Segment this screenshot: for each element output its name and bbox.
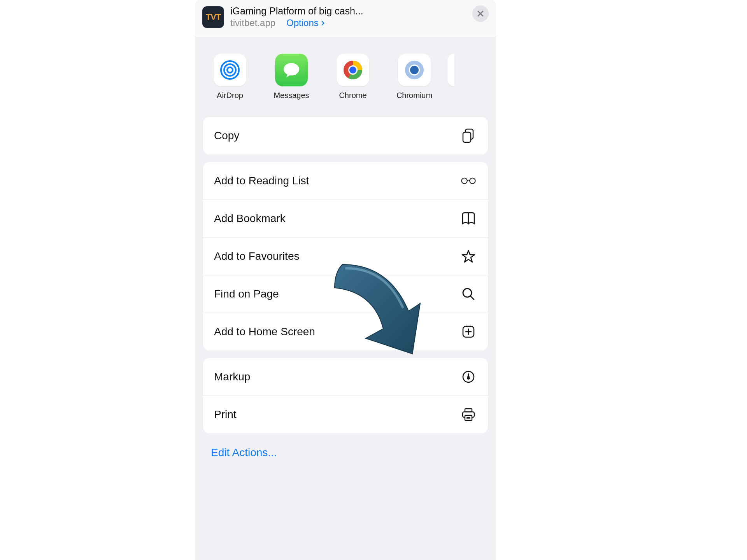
action-label: Print <box>214 408 237 421</box>
page-title: iGaming Platform of big cash... <box>230 5 466 17</box>
action-label: Add to Home Screen <box>214 326 315 338</box>
printer-icon <box>461 407 476 422</box>
share-target-label: Chromium <box>391 91 437 100</box>
action-label: Add to Reading List <box>214 175 309 187</box>
share-targets-overflow-peek <box>447 54 454 86</box>
markup-icon <box>461 369 476 385</box>
edit-actions-label: Edit Actions... <box>211 446 277 458</box>
app-icon-text: TVT <box>206 12 221 22</box>
share-target-airdrop[interactable]: AirDrop <box>207 54 253 100</box>
options-label: Options <box>286 18 319 28</box>
action-group-secondary: Markup Print <box>203 358 488 433</box>
share-targets-row[interactable]: AirDrop Messages Chrome <box>195 37 496 109</box>
add-square-icon <box>461 324 476 340</box>
share-target-label: Chrome <box>330 91 376 100</box>
action-label: Find on Page <box>214 288 279 300</box>
action-reading-list[interactable]: Add to Reading List <box>203 162 488 200</box>
messages-icon <box>275 54 308 86</box>
share-target-chrome[interactable]: Chrome <box>330 54 376 100</box>
star-icon <box>461 248 476 264</box>
svg-line-15 <box>470 296 474 299</box>
edit-actions-button[interactable]: Edit Actions... <box>195 433 496 467</box>
svg-point-6 <box>349 66 356 74</box>
header-subtitle: tivitbet.app Options <box>230 18 466 28</box>
airdrop-icon <box>214 54 246 86</box>
svg-rect-11 <box>463 132 471 142</box>
close-button[interactable] <box>472 5 489 22</box>
action-group-copy: Copy <box>203 117 488 154</box>
search-icon <box>461 286 476 302</box>
action-bookmark[interactable]: Add Bookmark <box>203 200 488 237</box>
header-text-block: iGaming Platform of big cash... tivitbet… <box>230 5 466 28</box>
app-icon: TVT <box>202 6 224 28</box>
action-copy[interactable]: Copy <box>203 117 488 154</box>
chevron-right-icon <box>319 21 324 26</box>
svg-point-3 <box>284 63 299 75</box>
action-label: Copy <box>214 130 239 142</box>
glasses-icon <box>461 173 476 189</box>
action-favourites[interactable]: Add to Favourites <box>203 237 488 275</box>
share-target-messages[interactable]: Messages <box>268 54 314 100</box>
action-find[interactable]: Find on Page <box>203 275 488 313</box>
svg-point-13 <box>470 178 475 184</box>
page-domain: tivitbet.app <box>230 18 275 28</box>
share-target-label: Messages <box>268 91 314 100</box>
sheet-header: TVT iGaming Platform of big cash... tivi… <box>195 0 496 37</box>
share-target-label: AirDrop <box>207 91 253 100</box>
share-target-chromium[interactable]: Chromium <box>391 54 437 100</box>
bookmark-icon <box>461 211 476 226</box>
action-label: Markup <box>214 371 250 383</box>
copy-icon <box>461 128 476 144</box>
action-home-screen[interactable]: Add to Home Screen <box>203 313 488 350</box>
action-label: Add Bookmark <box>214 212 286 225</box>
options-button[interactable]: Options <box>286 18 324 28</box>
action-print[interactable]: Print <box>203 396 488 433</box>
close-icon <box>477 10 484 17</box>
share-sheet: TVT iGaming Platform of big cash... tivi… <box>195 0 496 560</box>
chrome-icon <box>337 54 369 86</box>
chromium-icon <box>398 54 431 86</box>
action-markup[interactable]: Markup <box>203 358 488 396</box>
svg-point-0 <box>227 67 233 73</box>
svg-rect-22 <box>465 415 472 420</box>
action-group-main: Add to Reading List Add Bookmark Add to … <box>203 162 488 350</box>
action-label: Add to Favourites <box>214 250 299 262</box>
svg-point-1 <box>224 64 236 76</box>
svg-point-9 <box>410 66 419 74</box>
svg-point-12 <box>461 178 467 184</box>
